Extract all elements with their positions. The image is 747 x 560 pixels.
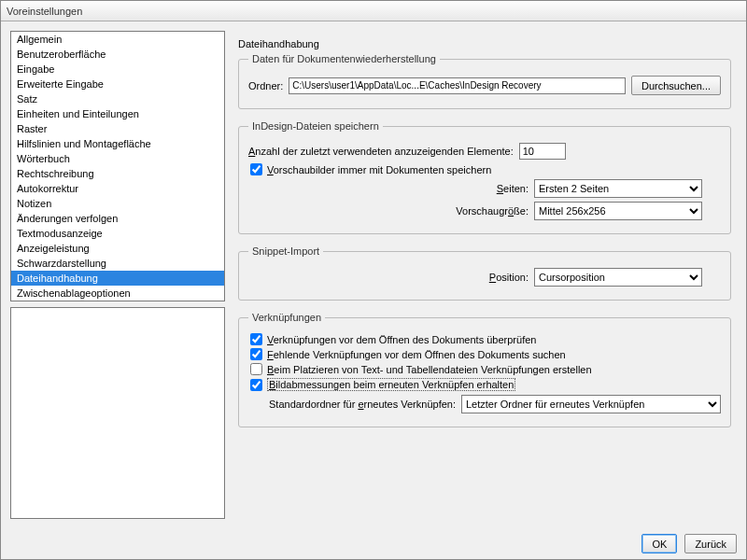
category-item[interactable]: Textmodusanzeige bbox=[11, 226, 224, 241]
dialog-footer: OK Zurück bbox=[1, 528, 746, 559]
relink-folder-label: Standardordner für erneutes Verknüpfen: bbox=[269, 399, 456, 410]
category-item[interactable]: Eingabe bbox=[11, 62, 224, 77]
recovery-legend: Daten für Dokumentenwiederherstellung bbox=[248, 53, 440, 64]
snippet-legend: Snippet-Import bbox=[248, 245, 323, 257]
links-group: Verknüpfungen Verknüpfungen vor dem Öffn… bbox=[238, 312, 731, 427]
sidebar: AllgemeinBenutzeroberflächeEingabeErweit… bbox=[10, 31, 225, 519]
snippet-group: Snippet-Import Position: Cursorposition bbox=[238, 245, 731, 301]
preview-size-select[interactable]: Mittel 256x256 bbox=[534, 202, 702, 220]
browse-button[interactable]: Durchsuchen... bbox=[631, 76, 721, 95]
snippet-position-label: Position: bbox=[248, 272, 529, 283]
back-button[interactable]: Zurück bbox=[684, 534, 737, 553]
category-item[interactable]: Rechtschreibung bbox=[11, 166, 224, 181]
pages-label: Seiten: bbox=[269, 183, 529, 194]
pages-select[interactable]: Ersten 2 Seiten bbox=[534, 179, 702, 198]
category-item[interactable]: Notizen bbox=[11, 196, 224, 211]
category-item[interactable]: Einheiten und Einteilungen bbox=[11, 106, 224, 121]
links-preserve-dims-label: Bildabmessungen beim erneuten Verknüpfen… bbox=[267, 378, 515, 391]
folder-label: Ordner: bbox=[248, 80, 283, 91]
category-item[interactable]: Anzeigeleistung bbox=[11, 241, 224, 256]
category-item[interactable]: Schwarzdarstellung bbox=[11, 256, 224, 271]
panel-title: Dateihandhabung bbox=[238, 38, 731, 49]
preferences-window: Voreinstellungen AllgemeinBenutzeroberfl… bbox=[0, 0, 747, 560]
category-item[interactable]: Satz bbox=[11, 91, 224, 106]
links-check-before-open-checkbox[interactable] bbox=[250, 333, 262, 345]
category-list[interactable]: AllgemeinBenutzeroberflächeEingabeErweit… bbox=[10, 31, 225, 301]
category-item[interactable]: Änderungen verfolgen bbox=[11, 211, 224, 226]
links-on-place-label: Beim Platzieren von Text- und Tabellenda… bbox=[267, 364, 592, 375]
preview-size-label: Vorschaugröße: bbox=[269, 205, 529, 217]
category-item[interactable]: Dateihandhabung bbox=[11, 271, 224, 286]
links-find-missing-label: Fehlende Verknüpfungen vor dem Öffnen de… bbox=[267, 349, 566, 360]
recent-count-label: Anzahl der zuletzt verwendeten anzuzeige… bbox=[248, 146, 514, 157]
recent-count-field[interactable] bbox=[519, 143, 566, 160]
ok-button[interactable]: OK bbox=[641, 534, 677, 553]
snippet-position-select[interactable]: Cursorposition bbox=[534, 268, 702, 287]
main-panel: Dateihandhabung Daten für Dokumentenwied… bbox=[233, 31, 737, 519]
category-item[interactable]: Zwischenablageoptionen bbox=[11, 286, 224, 301]
save-preview-checkbox[interactable] bbox=[250, 163, 262, 175]
dialog-body: AllgemeinBenutzeroberflächeEingabeErweit… bbox=[1, 21, 746, 528]
links-preserve-dims-checkbox[interactable] bbox=[250, 379, 262, 391]
category-item[interactable]: Allgemein bbox=[11, 32, 224, 47]
links-on-place-checkbox[interactable] bbox=[250, 363, 262, 375]
recovery-folder-field[interactable] bbox=[289, 77, 626, 94]
save-legend: InDesign-Dateien speichern bbox=[248, 120, 383, 132]
category-item[interactable]: Erweiterte Eingabe bbox=[11, 77, 224, 91]
category-item[interactable]: Hilfslinien und Montagefläche bbox=[11, 136, 224, 151]
save-group: InDesign-Dateien speichern Anzahl der zu… bbox=[238, 120, 731, 234]
links-check-before-open-label: Verknüpfungen vor dem Öffnen des Dokumen… bbox=[267, 334, 536, 345]
relink-folder-select[interactable]: Letzter Ordner für erneutes Verknüpfen bbox=[461, 395, 721, 413]
recovery-group: Daten für Dokumentenwiederherstellung Or… bbox=[238, 53, 731, 109]
window-title: Voreinstellungen bbox=[7, 6, 82, 17]
category-item[interactable]: Raster bbox=[11, 121, 224, 136]
titlebar: Voreinstellungen bbox=[1, 1, 746, 21]
category-item[interactable]: Autokorrektur bbox=[11, 181, 224, 196]
category-item[interactable]: Benutzeroberfläche bbox=[11, 47, 224, 62]
save-preview-label: Vorschaubilder immer mit Dokumenten spei… bbox=[267, 164, 491, 175]
links-legend: Verknüpfungen bbox=[248, 312, 325, 323]
links-find-missing-checkbox[interactable] bbox=[250, 348, 262, 360]
category-item[interactable]: Wörterbuch bbox=[11, 151, 224, 166]
preview-box bbox=[10, 307, 225, 519]
